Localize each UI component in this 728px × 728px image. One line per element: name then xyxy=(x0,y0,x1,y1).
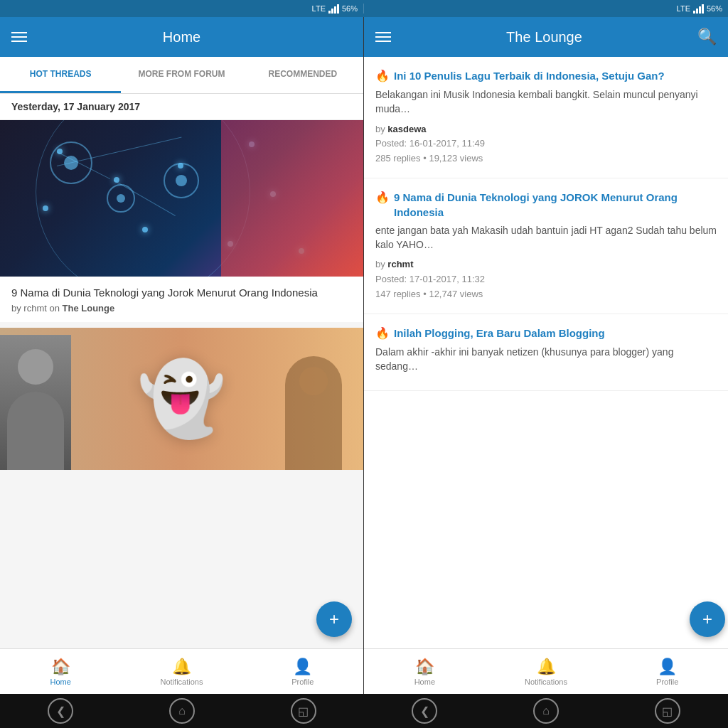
left-body: Yesterday, 17 January 2017 xyxy=(0,94,363,694)
forum-item-3-excerpt: Dalam akhir -akhir ini banyak netizen (k… xyxy=(375,346,717,373)
thread-card-2[interactable]: 👻 xyxy=(0,328,363,470)
thread-1-author: rchmt xyxy=(23,303,47,314)
thread-card-1[interactable]: 9 Nama di Dunia Teknologi yang Jorok Men… xyxy=(0,120,363,322)
thread-1-forum: The Lounge xyxy=(63,303,115,314)
nav-profile-left[interactable]: 👤 Profile xyxy=(242,649,363,694)
battery-left: 56% xyxy=(342,4,358,13)
forum-item-3[interactable]: 🔥 Inilah Plogging, Era Baru Dalam Bloggi… xyxy=(364,314,728,392)
nav-notifications-left[interactable]: 🔔 Notifications xyxy=(121,649,242,694)
profile-label-right: Profile xyxy=(656,678,678,686)
right-content-area: 🔥 Ini 10 Penulis Lagu Terbaik di Indones… xyxy=(364,57,728,648)
thread-1-title: 9 Nama di Dunia Teknologi yang Jorok Men… xyxy=(11,285,352,300)
profile-icon-right: 👤 xyxy=(658,658,677,676)
thread-1-on: on xyxy=(49,303,62,314)
left-screen: Home HOT THREADS MORE FROM FORUM RECOMME… xyxy=(0,17,364,694)
fab-button-right[interactable]: + xyxy=(690,601,725,637)
android-back-left[interactable]: ❮ xyxy=(48,698,73,724)
hamburger-menu-button[interactable] xyxy=(11,32,27,42)
fire-icon-3: 🔥 xyxy=(375,326,390,341)
tab-hot-threads[interactable]: HOT THREADS xyxy=(0,57,121,93)
forum-item-2-posted: Posted: 17-01-2017, 11:32 xyxy=(375,272,717,287)
battery-right: 56% xyxy=(707,4,722,13)
home-icon-right: 🏠 xyxy=(415,658,434,676)
home-label-left: Home xyxy=(50,678,70,686)
thread-1-meta: by rchmt on The Lounge xyxy=(11,303,352,314)
profile-label-left: Profile xyxy=(291,678,314,686)
left-content-area: Yesterday, 17 January 2017 xyxy=(0,94,363,648)
left-header: Home xyxy=(0,17,363,57)
thread-image-snap: 👻 xyxy=(0,328,363,470)
forum-item-2-meta: by rchmt Posted: 17-01-2017, 11:32 147 r… xyxy=(375,257,717,301)
forum-item-1[interactable]: 🔥 Ini 10 Penulis Lagu Terbaik di Indones… xyxy=(364,57,728,178)
forum-list[interactable]: 🔥 Ini 10 Penulis Lagu Terbaik di Indones… xyxy=(364,57,728,648)
lte-right: LTE xyxy=(677,4,690,13)
left-tabs: HOT THREADS MORE FROM FORUM RECOMMENDED xyxy=(0,57,363,94)
left-header-title: Home xyxy=(38,29,325,46)
home-icon-left: 🏠 xyxy=(51,658,70,676)
forum-item-2[interactable]: 🔥 9 Nama di Dunia Teknologi yang JOROK M… xyxy=(364,178,728,314)
nav-home-right[interactable]: 🏠 Home xyxy=(364,649,486,694)
signal-left xyxy=(328,4,339,14)
android-nav-right: ❮ ⌂ ◱ xyxy=(364,698,728,724)
android-home-left[interactable]: ⌂ xyxy=(169,698,195,724)
notifications-label-right: Notifications xyxy=(525,678,567,686)
fab-button[interactable]: + xyxy=(316,601,352,637)
fire-icon-2: 🔥 xyxy=(375,190,390,205)
forum-item-2-title: 🔥 9 Nama di Dunia Teknologi yang JOROK M… xyxy=(375,190,717,220)
android-home-right[interactable]: ⌂ xyxy=(533,698,559,724)
forum-item-3-title: 🔥 Inilah Plogging, Era Baru Dalam Bloggi… xyxy=(375,326,717,341)
nav-profile-right[interactable]: 👤 Profile xyxy=(606,649,728,694)
right-body: 🔥 Ini 10 Penulis Lagu Terbaik di Indones… xyxy=(364,57,728,694)
home-label-right: Home xyxy=(414,678,435,686)
thread-1-by: by xyxy=(11,303,23,314)
left-scroll[interactable]: Yesterday, 17 January 2017 xyxy=(0,94,363,648)
search-icon[interactable]: 🔍 xyxy=(697,28,717,46)
screens-container: Home HOT THREADS MORE FROM FORUM RECOMME… xyxy=(0,17,728,694)
left-status: LTE 56% xyxy=(0,4,364,14)
right-header-title: The Lounge xyxy=(402,29,686,46)
fire-icon-1: 🔥 xyxy=(375,68,390,84)
notifications-icon-left: 🔔 xyxy=(172,658,191,676)
profile-icon-left: 👤 xyxy=(293,658,312,676)
android-recent-left[interactable]: ◱ xyxy=(291,698,316,724)
right-hamburger-button[interactable] xyxy=(375,32,391,42)
android-recent-right[interactable]: ◱ xyxy=(655,698,680,724)
notifications-label-left: Notifications xyxy=(161,678,203,686)
tab-more-from-forum[interactable]: MORE FROM FORUM xyxy=(121,57,242,93)
ghost-icon: 👻 xyxy=(137,357,226,441)
forum-item-1-excerpt: Belakangan ini Musik Indonesia kembali b… xyxy=(375,88,717,116)
date-separator: Yesterday, 17 January 2017 xyxy=(0,94,363,120)
forum-item-2-stats: 147 replies • 12,747 views xyxy=(375,287,717,302)
thread-1-info: 9 Nama di Dunia Teknologi yang Jorok Men… xyxy=(0,277,363,322)
right-screen: The Lounge 🔍 🔥 Ini 10 Penulis Lagu Terba… xyxy=(364,17,728,694)
android-nav: ❮ ⌂ ◱ ❮ ⌂ ◱ xyxy=(0,694,728,728)
forum-item-2-excerpt: ente jangan bata yah Makasih udah bantui… xyxy=(375,224,717,252)
status-bar: LTE 56% LTE 56% xyxy=(0,0,728,17)
signal-right xyxy=(693,4,704,14)
right-bottom-nav: 🏠 Home 🔔 Notifications 👤 Profile xyxy=(364,648,728,694)
nav-notifications-right[interactable]: 🔔 Notifications xyxy=(486,649,607,694)
nav-home-left[interactable]: 🏠 Home xyxy=(0,649,121,694)
tab-recommended[interactable]: RECOMMENDED xyxy=(242,57,363,93)
forum-item-2-author: rchmt xyxy=(387,259,413,269)
forum-item-1-author: kasdewa xyxy=(387,124,426,134)
right-status: LTE 56% xyxy=(364,4,728,14)
forum-item-1-meta: by kasdewa Posted: 16-01-2017, 11:49 285… xyxy=(375,122,717,166)
forum-item-1-stats: 285 replies • 19,123 views xyxy=(375,151,717,166)
android-back-right[interactable]: ❮ xyxy=(412,698,437,724)
android-nav-left: ❮ ⌂ ◱ xyxy=(0,698,364,724)
forum-item-1-posted: Posted: 16-01-2017, 11:49 xyxy=(375,136,717,151)
thread-image-tech xyxy=(0,120,363,277)
right-header: The Lounge 🔍 xyxy=(364,17,728,57)
left-bottom-nav: 🏠 Home 🔔 Notifications 👤 Profile xyxy=(0,648,363,694)
lte-left: LTE xyxy=(312,4,326,13)
notifications-icon-right: 🔔 xyxy=(537,658,556,676)
forum-item-1-title: 🔥 Ini 10 Penulis Lagu Terbaik di Indones… xyxy=(375,68,717,84)
